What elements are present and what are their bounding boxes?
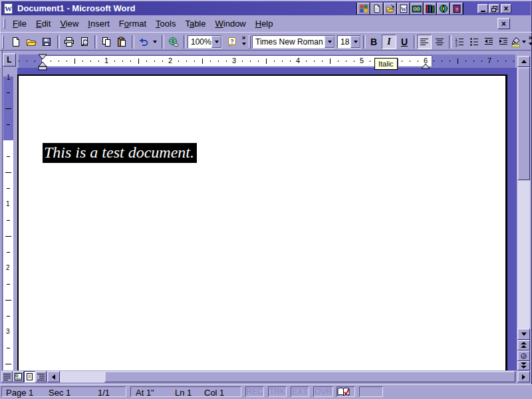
font-name-combo-dropdown[interactable] — [325, 36, 334, 48]
help-book-button[interactable]: ? — [450, 3, 463, 15]
ruler-number: 3 — [6, 328, 10, 335]
print-button[interactable] — [61, 35, 76, 49]
status-column: Col 1 — [204, 388, 224, 398]
italic-button[interactable]: I — [382, 35, 396, 49]
undo-dropdown-button[interactable] — [151, 35, 158, 49]
toolbar-grip[interactable] — [2, 35, 4, 49]
status-page-panel[interactable]: Page 1 Sec 1 1/1 — [1, 386, 126, 397]
horizontal-scrollbar[interactable] — [0, 370, 517, 384]
font-name-combo[interactable]: Times New Roman — [252, 35, 335, 49]
menu-help[interactable]: Help — [251, 17, 278, 31]
horizontal-ruler[interactable]: 1234567 — [19, 55, 515, 68]
dropdown-arrow-icon — [354, 41, 358, 45]
previous-page-button[interactable] — [517, 340, 530, 350]
right-indent-marker[interactable] — [421, 61, 430, 71]
scroll-left-button[interactable] — [47, 371, 60, 382]
status-indicator-ext[interactable]: EXT — [291, 386, 309, 397]
open-office-document-button[interactable] — [384, 3, 396, 15]
select-browse-object-button[interactable] — [517, 350, 530, 361]
font-size-combo[interactable]: 18 — [337, 35, 361, 49]
document-close-button[interactable]: × — [497, 18, 510, 29]
insert-hyperlink-button[interactable] — [166, 35, 181, 49]
print-preview-button[interactable] — [76, 35, 92, 49]
scroll-up-button[interactable] — [517, 56, 530, 67]
save-button[interactable] — [39, 35, 54, 49]
ruler-number: 4 — [296, 57, 300, 65]
hscroll-thumb[interactable] — [104, 371, 515, 382]
zoom-combo-value: 100% — [188, 36, 211, 48]
titlebar[interactable]: W Document1 - Microsoft Word W? × — [1, 1, 531, 15]
print-layout-view-button[interactable] — [24, 371, 35, 382]
office-logo-button[interactable] — [357, 3, 370, 15]
font-size-combo-dropdown[interactable] — [350, 36, 360, 48]
standard-more-button[interactable]: » — [240, 35, 247, 49]
minimize-button[interactable] — [477, 4, 488, 13]
scroll-down-button[interactable] — [517, 329, 530, 340]
ruler-tick — [418, 61, 418, 62]
scroll-right-button[interactable] — [517, 371, 530, 382]
document-text[interactable]: This is a test document. — [43, 143, 197, 163]
outline-view-button[interactable] — [35, 371, 47, 382]
decrease-indent-button[interactable] — [481, 35, 495, 49]
ruler-tick — [51, 61, 51, 62]
zoom-combo-dropdown[interactable] — [211, 36, 221, 48]
menubar-grip[interactable] — [3, 18, 5, 29]
left-indent-marker[interactable] — [37, 54, 48, 72]
menu-tools[interactable]: Tools — [151, 17, 180, 31]
formatting-more-button[interactable]: » — [527, 35, 532, 49]
hscroll-track[interactable] — [59, 371, 104, 382]
word-app-icon[interactable]: W — [3, 3, 14, 14]
ruler-tick — [27, 61, 27, 62]
align-center-button[interactable] — [432, 35, 447, 49]
copy-button[interactable] — [98, 35, 114, 49]
menu-table[interactable]: Table — [180, 17, 210, 31]
print-icon — [64, 37, 74, 47]
increase-indent-button[interactable] — [496, 35, 510, 49]
menu-format[interactable]: Format — [114, 17, 151, 31]
open-button[interactable] — [23, 35, 39, 49]
underline-button[interactable]: U — [397, 35, 412, 49]
next-page-button[interactable] — [517, 361, 530, 370]
status-indicator-ovr[interactable]: OVR — [313, 386, 333, 397]
menu-edit[interactable]: Edit — [31, 17, 55, 31]
align-left-button[interactable] — [417, 35, 432, 49]
toolbar-separator — [94, 35, 97, 49]
normal-view-button[interactable] — [1, 371, 13, 382]
tab-alignment-selector[interactable]: L — [3, 53, 16, 66]
ruler-tick — [450, 61, 450, 62]
close-button[interactable]: × — [501, 4, 511, 13]
undo-button[interactable] — [136, 35, 151, 49]
ruler-tick — [5, 364, 11, 364]
status-position-panel[interactable]: At 1" Ln 1 Col 1 — [130, 386, 241, 397]
zoom-combo[interactable]: 100% — [188, 35, 222, 49]
document-page[interactable]: This is a test document. — [17, 74, 507, 370]
highlight-button[interactable] — [511, 35, 521, 49]
books-stack-button[interactable] — [424, 3, 436, 15]
down-arrow-icon — [521, 332, 527, 338]
compass-tool-button[interactable] — [437, 3, 450, 15]
vertical-ruler[interactable]: 1123 — [3, 76, 13, 370]
ruler-tick — [330, 59, 331, 64]
spelling-status[interactable] — [336, 386, 355, 397]
web-layout-view-button[interactable] — [13, 371, 24, 382]
vertical-scrollbar[interactable] — [517, 56, 530, 370]
numbering-button[interactable]: 1.2.3. — [452, 35, 466, 49]
status-indicator-rec[interactable]: REC — [245, 386, 264, 397]
help-button[interactable]: ? — [224, 35, 239, 49]
bold-button[interactable]: B — [366, 35, 381, 49]
highlight-dropdown-button[interactable] — [521, 35, 527, 49]
menu-window[interactable]: Window — [211, 17, 251, 31]
bullets-button[interactable] — [467, 35, 481, 49]
vscroll-thumb[interactable] — [517, 67, 530, 180]
book-lookup-button[interactable] — [410, 3, 423, 15]
word-document-button[interactable]: W — [397, 3, 410, 15]
new-office-document-button[interactable] — [370, 3, 383, 15]
menu-view[interactable]: View — [55, 17, 83, 31]
status-indicator-trk[interactable]: TRK — [268, 386, 287, 397]
new-document-button[interactable] — [8, 35, 23, 49]
paste-button[interactable] — [114, 35, 129, 49]
menu-file[interactable]: File — [8, 17, 31, 31]
toolbar-grip[interactable] — [249, 35, 251, 49]
menu-insert[interactable]: Insert — [83, 17, 114, 31]
restore-button[interactable] — [489, 4, 499, 13]
